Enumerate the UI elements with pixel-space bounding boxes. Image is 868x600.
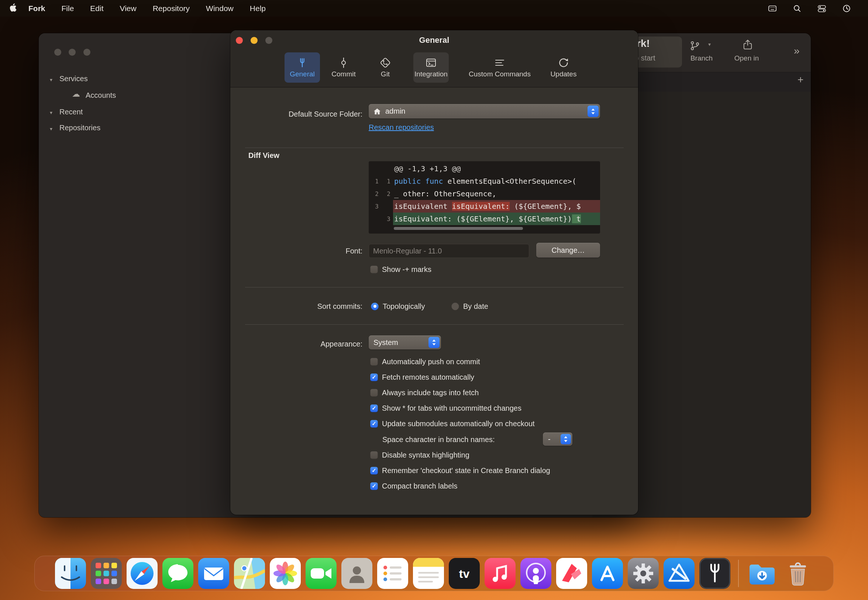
git-branch-icon[interactable] [690, 41, 700, 52]
facetime-dock-icon[interactable] [306, 558, 336, 589]
compact-branch-labels-checkbox[interactable] [370, 482, 378, 490]
tab-updates[interactable]: Updates [543, 52, 584, 83]
apple-icon [10, 3, 17, 12]
popup-value: admin [385, 107, 405, 115]
menu-item-window[interactable]: Window [206, 4, 233, 13]
option-row[interactable]: Automatically push on commit [370, 356, 480, 367]
diff-line: 22 _ other: OtherSequence, [369, 188, 600, 200]
control-center-icon[interactable] [817, 4, 827, 13]
menu-item-file[interactable]: File [62, 4, 74, 13]
photos-dock-icon[interactable] [270, 558, 301, 589]
menu-app-name[interactable]: Fork [29, 4, 45, 13]
podcasts-dock-icon[interactable] [520, 558, 551, 589]
option-row[interactable]: Update submodules automatically on check… [370, 418, 535, 429]
include-tags-checkbox[interactable] [370, 389, 378, 397]
topologically-radio[interactable] [371, 303, 379, 310]
tab-custom-commands[interactable]: Custom Commands [468, 52, 531, 83]
downloads-dock-icon[interactable] [747, 558, 777, 589]
option-row[interactable]: Remember 'checkout' state in Create Bran… [370, 465, 550, 476]
show-marks-checkbox[interactable] [370, 266, 378, 273]
space-character-popup[interactable]: - [543, 432, 573, 446]
by-date-radio[interactable] [451, 303, 459, 310]
reminders-dock-icon[interactable] [377, 558, 408, 589]
show-star-tabs-checkbox[interactable] [370, 405, 378, 412]
branch-button[interactable]: Branch [681, 54, 722, 62]
diff-line-removed: 3 isEquivalent isEquivalent: (${GElement… [369, 200, 600, 212]
notes-dock-icon[interactable] [413, 558, 444, 589]
fork-dock-icon[interactable] [699, 558, 730, 589]
option-row[interactable]: Show * for tabs with uncommitted changes [370, 403, 521, 414]
spotlight-icon[interactable] [793, 4, 801, 13]
trash-dock-icon[interactable] [782, 558, 813, 589]
menu-item-help[interactable]: Help [250, 4, 266, 13]
option-row[interactable]: Always include tags into fetch [370, 387, 479, 398]
option-row[interactable]: Disable syntax highlighting [370, 450, 470, 461]
change-font-button[interactable]: Change… [536, 243, 600, 258]
contacts-dock-icon[interactable] [341, 558, 373, 589]
toolbar-overflow-button[interactable]: » [794, 45, 800, 57]
sidebar-item-accounts[interactable]: Accounts [86, 91, 116, 100]
chevron-down-icon[interactable]: ▾ [708, 41, 711, 47]
tab-general[interactable]: General [285, 52, 320, 83]
tv-dock-icon[interactable]: tv [449, 558, 480, 589]
appearance-popup[interactable]: System [369, 335, 441, 350]
welcome-title-clipped: rk! [636, 38, 650, 50]
chevron-down-icon[interactable]: ▾ [50, 110, 52, 115]
update-submodules-checkbox[interactable] [370, 420, 378, 428]
popup-stepper-icon [429, 337, 439, 348]
sidebar-item-services[interactable]: Services [59, 74, 88, 83]
launchpad-dock-icon[interactable] [91, 558, 122, 589]
sort-by-date-option[interactable]: By date [451, 301, 488, 312]
diff-preview: @@ -1,3 +1,3 @@ 11 public func elementsE… [369, 161, 600, 233]
disable-syntax-checkbox[interactable] [370, 451, 378, 459]
open-in-button[interactable]: Open in [726, 54, 767, 62]
safari-dock-icon[interactable] [127, 558, 158, 589]
divider [245, 148, 624, 148]
keyboard-icon[interactable] [768, 4, 777, 13]
system-settings-dock-icon[interactable] [628, 558, 659, 589]
sidebar-item-repositories[interactable]: Repositories [59, 124, 100, 132]
clock-icon[interactable] [842, 4, 851, 13]
chevron-down-icon[interactable]: ▾ [50, 77, 52, 83]
fetch-remotes-checkbox[interactable] [370, 373, 378, 381]
show-marks-row[interactable]: Show -+ marks [370, 264, 432, 275]
integration-icon [426, 57, 436, 68]
updates-icon [558, 57, 569, 68]
tab-commit[interactable]: Commit [326, 52, 361, 83]
new-tab-button[interactable]: + [797, 74, 803, 86]
option-row[interactable]: Compact branch labels [370, 480, 457, 491]
dock-separator [738, 560, 739, 587]
remember-checkout-checkbox[interactable] [370, 467, 378, 474]
default-source-folder-popup[interactable]: admin [369, 104, 600, 118]
rescan-repositories-link[interactable]: Rescan repositories [369, 123, 434, 132]
sidebar-item-recent[interactable]: Recent [59, 108, 83, 116]
minimize-button-inactive[interactable] [69, 49, 76, 56]
news-dock-icon[interactable] [556, 558, 587, 589]
close-button-inactive[interactable] [54, 49, 61, 56]
horizontal-scrollbar[interactable] [394, 227, 523, 230]
music-dock-icon[interactable] [485, 558, 515, 589]
chevron-down-icon[interactable]: ▾ [50, 126, 52, 132]
menu-item-edit[interactable]: Edit [90, 4, 103, 13]
messages-dock-icon[interactable] [162, 558, 193, 589]
tab-integration[interactable]: Integration [414, 52, 449, 83]
git-icon [380, 57, 391, 68]
zoom-button-inactive[interactable] [83, 49, 91, 56]
push-on-commit-checkbox[interactable] [370, 358, 378, 366]
xcode-dock-icon[interactable] [663, 558, 695, 589]
font-field[interactable]: Menlo-Regular - 11.0 [369, 244, 529, 258]
font-label: Font: [230, 245, 362, 256]
option-row[interactable]: Fetch remotes automatically [370, 371, 474, 383]
finder-dock-icon[interactable] [55, 558, 86, 589]
tab-git[interactable]: Git [368, 52, 403, 83]
apple-menu[interactable] [10, 3, 17, 14]
sort-topologically-option[interactable]: Topologically [371, 301, 425, 312]
open-in-icon[interactable] [742, 39, 753, 52]
menu-item-repository[interactable]: Repository [153, 4, 190, 13]
maps-dock-icon[interactable] [234, 558, 265, 589]
menu-item-view[interactable]: View [120, 4, 136, 13]
app-store-dock-icon[interactable] [592, 558, 623, 589]
divider [245, 324, 624, 325]
mail-dock-icon[interactable] [198, 558, 229, 589]
divider [245, 287, 624, 288]
